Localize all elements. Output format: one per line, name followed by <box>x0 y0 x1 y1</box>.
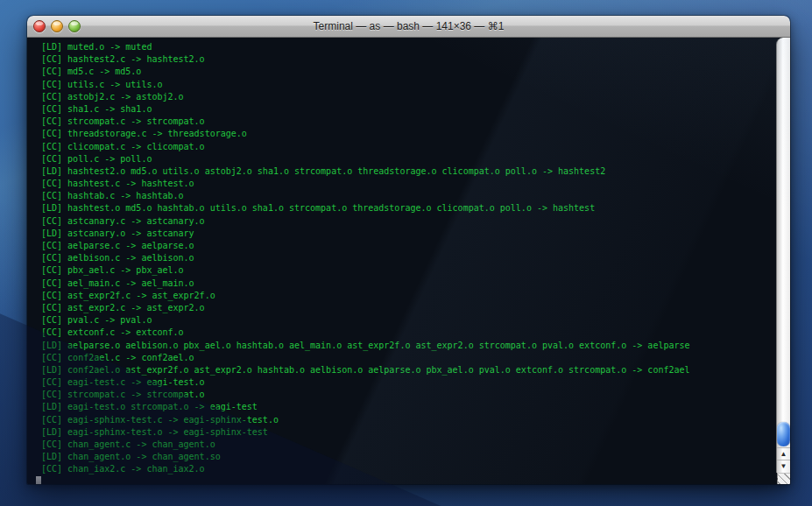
terminal-line: [LD] muted.o -> muted <box>41 41 775 53</box>
terminal-line: [CC] aelparse.c -> aelparse.o <box>41 240 775 252</box>
desktop-wallpaper: Terminal — as — bash — 141×36 — ⌘1 [LD] … <box>0 0 812 506</box>
terminal-line: [CC] strcompat.c -> strcompat.o <box>41 389 775 401</box>
terminal-line: [CC] pbx_ael.c -> pbx_ael.o <box>41 264 775 277</box>
terminal-line: [CC] chan_iax2.c -> chan_iax2.o <box>41 463 775 475</box>
terminal-line: [LD] conf2ael.o ast_expr2f.o ast_expr2.o… <box>41 364 775 376</box>
up-arrow-icon: ▲ <box>780 450 787 458</box>
window-titlebar[interactable]: Terminal — as — bash — 141×36 — ⌘1 <box>27 16 790 38</box>
terminal-line: [LD] hashtest.o md5.o hashtab.o utils.o … <box>41 202 775 214</box>
terminal-cursor <box>36 476 41 484</box>
scrollbar[interactable]: ▲ ▼ <box>776 38 790 473</box>
terminal-line: [CC] hashtab.c -> hashtab.o <box>41 190 775 202</box>
scrollbar-thumb[interactable] <box>777 422 790 446</box>
terminal-line: [CC] strcompat.c -> strcompat.o <box>41 116 775 128</box>
terminal-line: [LD] eagi-sphinx-test.o -> eagi-sphinx-t… <box>41 426 775 439</box>
terminal-line: [CC] ael_main.c -> ael_main.o <box>41 278 775 290</box>
terminal-line: [CC] pval.c -> pval.o <box>41 314 775 327</box>
terminal-window: Terminal — as — bash — 141×36 — ⌘1 [LD] … <box>27 16 790 484</box>
terminal-line: [CC] aelbison.c -> aelbison.o <box>41 252 775 264</box>
terminal-line: [CC] poll.c -> poll.o <box>41 153 775 165</box>
terminal-line: [CC] extconf.c -> extconf.o <box>41 327 775 339</box>
terminal-line: [LD] eagi-test.o strcompat.o -> eagi-tes… <box>41 401 775 413</box>
terminal-line: [LD] astcanary.o -> astcanary <box>41 228 775 240</box>
terminal-line: [CC] utils.c -> utils.o <box>41 79 775 91</box>
resize-grip[interactable] <box>777 473 790 484</box>
terminal-line: [CC] eagi-test.c -> eagi-test.o <box>41 376 775 389</box>
terminal-line: [LD] chan_agent.o -> chan_agent.so <box>41 451 775 463</box>
terminal-line: [CC] clicompat.c -> clicompat.o <box>41 141 775 153</box>
terminal-output: [LD] muted.o -> muted[CC] hashtest2.c ->… <box>27 38 775 484</box>
terminal-line: [CC] eagi-sphinx-test.c -> eagi-sphinx-t… <box>41 414 775 426</box>
terminal-line: [CC] conf2ael.c -> conf2ael.o <box>41 352 775 364</box>
terminal-line: [CC] hashtest2.c -> hashtest2.o <box>41 53 775 66</box>
window-title: Terminal — as — bash — 141×36 — ⌘1 <box>27 16 790 37</box>
scroll-up-button[interactable]: ▲ <box>777 447 790 460</box>
terminal-line: [LD] hashtest2.o md5.o utils.o astobj2.o… <box>41 165 775 178</box>
terminal-line: [CC] astcanary.c -> astcanary.o <box>41 215 775 228</box>
terminal-line: [CC] ast_expr2f.c -> ast_expr2f.o <box>41 290 775 302</box>
terminal-line: [CC] chan_agent.c -> chan_agent.o <box>41 439 775 451</box>
scroll-down-button[interactable]: ▼ <box>777 460 790 473</box>
terminal-line: [CC] hashtest.c -> hashtest.o <box>41 178 775 190</box>
terminal-line: [CC] sha1.c -> sha1.o <box>41 103 775 116</box>
down-arrow-icon: ▼ <box>780 462 787 470</box>
terminal-line: [CC] ast_expr2.c -> ast_expr2.o <box>41 302 775 314</box>
terminal-line: [LD] aelparse.o aelbison.o pbx_ael.o has… <box>41 340 775 352</box>
terminal-line: [CC] threadstorage.c -> threadstorage.o <box>41 128 775 140</box>
terminal-line: [CC] md5.c -> md5.o <box>41 66 775 78</box>
terminal-line: [CC] astobj2.c -> astobj2.o <box>41 91 775 103</box>
terminal-content[interactable]: [LD] muted.o -> muted[CC] hashtest2.c ->… <box>27 38 790 484</box>
